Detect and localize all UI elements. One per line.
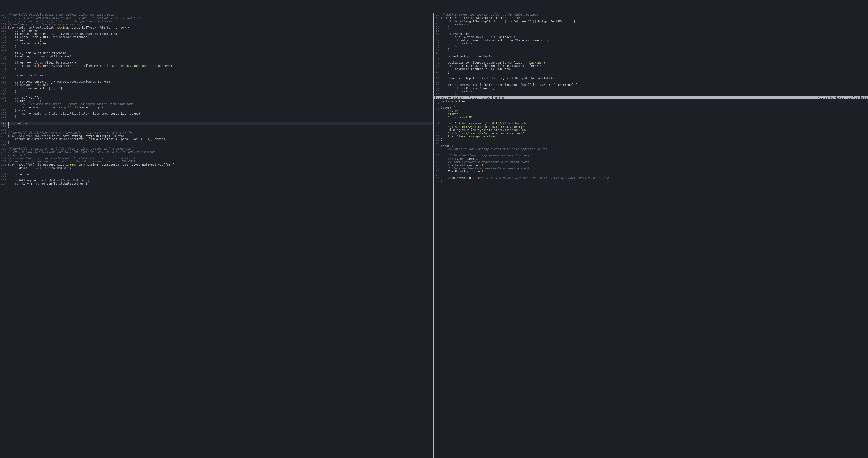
code-line[interactable]: 51 name := filepath.Join(backupdir, util…: [434, 77, 868, 80]
code-content[interactable]: // Backup saves the current buffer to Co…: [441, 13, 868, 16]
code-line[interactable]: 33 if !b.Settings["backup"].(bool) || b.…: [434, 20, 868, 23]
code-line[interactable]: 166// It will return an empty buffer if …: [0, 20, 433, 23]
code-line[interactable]: 13): [434, 138, 868, 141]
code-line[interactable]: 197: [0, 118, 433, 121]
code-content[interactable]: var buf *Buffer: [8, 96, 433, 99]
code-content[interactable]: [8, 70, 433, 74]
code-line[interactable]: 217 for k, v := range config.GlobalSetti…: [0, 182, 433, 185]
code-content[interactable]: "time": [441, 112, 868, 116]
code-content[interactable]: TextEventReplace = 0: [441, 170, 868, 173]
code-content[interactable]: }: [8, 125, 433, 128]
code-content[interactable]: [8, 170, 433, 173]
code-line[interactable]: 50: [434, 74, 868, 77]
code-line[interactable]: 17: [434, 151, 868, 154]
code-content[interactable]: absPath, _ := filepath.Abs(path): [8, 166, 433, 170]
code-line[interactable]: 192 // File does not exist -- create an …: [0, 103, 433, 106]
code-content[interactable]: defer file.Close(): [8, 74, 433, 77]
code-content[interactable]: // NewBufferFromFile opens a new buffer …: [8, 13, 433, 16]
code-content[interactable]: func (b *Buffer) Backup(checkTime bool) …: [441, 16, 868, 20]
code-line[interactable]: 11 "github.com/zyedidia/micro/internal/s…: [434, 132, 868, 135]
code-line[interactable]: 47 if _, err := os.Stat(backupdir); os.I…: [434, 64, 868, 67]
code-line[interactable]: 204}: [0, 141, 433, 144]
code-line[interactable]: 35 }: [434, 26, 868, 29]
code-line[interactable]: 187 cursorLoc = Loc{-1, -1}: [0, 87, 433, 90]
code-line[interactable]: 9 "github.com/zyedidia/micro/internal/co…: [434, 125, 868, 128]
code-content[interactable]: import (: [441, 106, 868, 109]
code-content[interactable]: return nil, errors.New("Error: " + filen…: [8, 64, 433, 67]
code-content[interactable]: if cursorerr != nil {: [8, 83, 433, 86]
code-content[interactable]: var err error: [8, 29, 433, 32]
code-content[interactable]: [441, 58, 868, 61]
code-content[interactable]: }: [441, 45, 868, 48]
code-content[interactable]: buf = NewBuffer(file, util.FSize(file), …: [8, 112, 433, 115]
code-line[interactable]: 37 if checkTime {: [434, 32, 868, 35]
code-line[interactable]: 165// It will also automatically handle …: [0, 16, 433, 20]
code-line[interactable]: 52: [434, 80, 868, 83]
code-line[interactable]: 45: [434, 58, 868, 61]
code-content[interactable]: filename, cursorPos := util.GetPathAndCu…: [8, 32, 433, 35]
code-content[interactable]: [8, 144, 433, 147]
code-line[interactable]: 189: [0, 93, 433, 96]
code-line[interactable]: 26): [434, 179, 868, 182]
code-line[interactable]: 216 b.Settings = config.DefaultCommonSet…: [0, 179, 433, 182]
code-content[interactable]: if err == nil && fileInfo.IsDir() {: [8, 61, 433, 64]
code-content[interactable]: func NewBufferFromString(text, path stri…: [8, 135, 433, 138]
code-line[interactable]: 40 return nil: [434, 42, 868, 45]
code-line[interactable]: 16 // Opposite and undoing events must h…: [434, 147, 868, 151]
code-content[interactable]: b.lastbackup = time.Now(): [441, 55, 868, 58]
code-content[interactable]: [441, 29, 868, 32]
code-line[interactable]: 31// Backup saves the current buffer to …: [434, 13, 868, 16]
code-line[interactable]: 48 os.Mkdir(backupdir, os.ModePerm): [434, 67, 868, 70]
bottom-right-code-area[interactable]: 1package buffer23import (4 "bytes"5 "tim…: [434, 99, 868, 458]
code-content[interactable]: [8, 118, 433, 121]
code-line[interactable]: 23 TextEventReplace = 0: [434, 170, 868, 173]
code-line[interactable]: 167// and an error if the file is a dire…: [0, 23, 433, 26]
code-content[interactable]: // TextEventReplace represents a replace…: [441, 167, 868, 170]
code-content[interactable]: "bytes": [441, 109, 868, 112]
code-content[interactable]: for k, v := range config.GlobalSettings …: [8, 182, 433, 185]
code-line[interactable]: 5 "time": [434, 112, 868, 116]
code-line[interactable]: 14: [434, 141, 868, 144]
code-line[interactable]: 1package buffer: [434, 100, 868, 103]
code-content[interactable]: }: [8, 115, 433, 118]
code-line[interactable]: 8 dmp "github.com/sergi/go-diff/diffmatc…: [434, 122, 868, 125]
code-content[interactable]: package buffer: [441, 100, 868, 103]
code-content[interactable]: return nil: [441, 23, 868, 26]
code-content[interactable]: [8, 176, 433, 179]
code-content[interactable]: // NewBuffer creates a new buffer from a…: [8, 147, 433, 150]
code-content[interactable]: // It will return an empty buffer if the…: [8, 20, 433, 23]
code-content[interactable]: cursorLoc = Loc{-1, -1}: [8, 87, 433, 90]
code-line[interactable]: 211func NewBuffer(r io.Reader, size int6…: [0, 163, 433, 166]
code-content[interactable]: sub := time.Now().Sub(b.lastbackup): [441, 35, 868, 39]
code-line[interactable]: 12 luar "layeh.com/gopher-luar": [434, 135, 868, 138]
code-line[interactable]: 205: [0, 144, 433, 147]
code-content[interactable]: ): [441, 179, 868, 182]
code-line[interactable]: 22 // TextEventReplace represents a repl…: [434, 167, 868, 170]
code-line[interactable]: 4 "bytes": [434, 109, 868, 112]
code-content[interactable]: func NewBufferFromFile(path string, btyp…: [8, 26, 433, 29]
code-content[interactable]: if checkTime {: [441, 32, 868, 35]
code-line[interactable]: 168func NewBufferFromFile(path string, b…: [0, 26, 433, 29]
code-line[interactable]: 39 if sub < time.Duration(backupTime)*ti…: [434, 39, 868, 42]
code-content[interactable]: // It will also automatically handle `~`…: [8, 16, 433, 20]
code-content[interactable]: [441, 151, 868, 154]
code-content[interactable]: // Places the cursor at startcursor. If …: [8, 157, 433, 160]
code-content[interactable]: name := filepath.Join(backupdir, util.Es…: [441, 77, 868, 80]
code-content[interactable]: }: [441, 26, 868, 29]
code-content[interactable]: "unicode/utf8": [441, 116, 868, 119]
code-line[interactable]: 3import (: [434, 106, 868, 109]
code-content[interactable]: [441, 74, 868, 77]
code-content[interactable]: // and an error if the file is a directo…: [8, 23, 433, 26]
code-line[interactable]: 20 // TextEventRemove represents a delet…: [434, 161, 868, 164]
code-content[interactable]: }: [8, 141, 433, 144]
code-content[interactable]: luar "layeh.com/gopher-luar": [441, 135, 868, 138]
code-line[interactable]: 41 }: [434, 45, 868, 48]
code-line[interactable]: 164// NewBufferFromFile opens a new buff…: [0, 13, 433, 16]
code-line[interactable]: 199}: [0, 125, 433, 128]
code-line[interactable]: 19 TextEventInsert = 1: [434, 157, 868, 161]
code-line[interactable]: 169 var err error: [0, 29, 433, 32]
code-content[interactable]: backupdir := filepath.Join(config.Config…: [441, 61, 868, 64]
code-content[interactable]: buf = NewBufferFromString("", filename, …: [8, 106, 433, 109]
code-content[interactable]: undoThreshold = 1000 // If two events ar…: [441, 176, 868, 179]
code-line[interactable]: 24: [434, 173, 868, 176]
